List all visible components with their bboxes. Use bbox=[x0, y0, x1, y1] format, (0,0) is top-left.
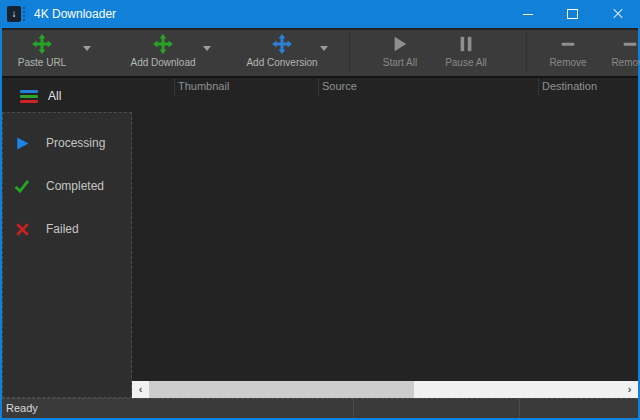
cross-red-icon bbox=[14, 221, 30, 237]
column-separator bbox=[318, 79, 319, 95]
start-all-button[interactable]: Start All bbox=[370, 32, 430, 74]
sidebar-item-label: Completed bbox=[46, 179, 104, 193]
play-blue-icon bbox=[14, 135, 30, 151]
sidebar-item-processing[interactable]: Processing bbox=[3, 131, 131, 155]
statusbar: Ready bbox=[2, 398, 638, 418]
add-download-label: Add Download bbox=[130, 57, 195, 68]
maximize-button[interactable] bbox=[550, 0, 595, 28]
sidebar-item-completed[interactable]: Completed bbox=[3, 174, 131, 198]
plus-arrows-icon bbox=[153, 32, 173, 56]
minimize-button[interactable] bbox=[505, 0, 550, 28]
titlebar: ↓ 4K Downloader bbox=[0, 0, 640, 28]
statusbar-separator bbox=[519, 399, 520, 418]
minus-icon bbox=[559, 32, 577, 56]
pause-all-label: Pause All bbox=[445, 57, 487, 68]
close-icon bbox=[612, 8, 624, 20]
app-icon-dots bbox=[23, 7, 27, 21]
scrollbar-thumb[interactable] bbox=[149, 381, 414, 398]
remove-all-label: Remove bbox=[611, 57, 640, 68]
toolbar: Paste URL Add Download Add Conversion St… bbox=[2, 30, 638, 78]
sidebar-item-failed[interactable]: Failed bbox=[3, 217, 131, 241]
minus-icon bbox=[621, 32, 639, 56]
close-button[interactable] bbox=[595, 0, 640, 28]
add-download-button[interactable]: Add Download bbox=[126, 32, 200, 74]
column-header-thumbnail[interactable]: Thumbnail bbox=[178, 80, 229, 92]
minimize-icon bbox=[523, 14, 533, 15]
add-conversion-button[interactable]: Add Conversion bbox=[240, 32, 324, 74]
column-separator bbox=[538, 79, 539, 95]
remove-all-button[interactable]: Remove bbox=[602, 32, 640, 74]
status-text: Ready bbox=[6, 399, 38, 418]
toolbar-separator bbox=[349, 34, 350, 72]
play-icon bbox=[391, 32, 409, 56]
remove-button[interactable]: Remove bbox=[540, 32, 596, 74]
chevron-down-icon bbox=[83, 46, 91, 51]
toolbar-separator bbox=[526, 34, 527, 72]
paste-url-label: Paste URL bbox=[18, 57, 66, 68]
column-header-source[interactable]: Source bbox=[322, 80, 357, 92]
add-conversion-dropdown[interactable] bbox=[315, 42, 333, 54]
plus-arrows-icon bbox=[32, 32, 52, 56]
window-title: 4K Downloader bbox=[34, 7, 505, 21]
scroll-left-arrow-icon[interactable]: ‹ bbox=[132, 381, 149, 398]
app-download-arrow-icon: ↓ bbox=[7, 6, 21, 22]
horizontal-scrollbar[interactable]: ‹ › bbox=[132, 381, 638, 398]
plus-arrows-icon bbox=[272, 32, 292, 56]
sidebar-item-label: Processing bbox=[46, 136, 105, 150]
remove-label: Remove bbox=[549, 57, 586, 68]
pause-icon bbox=[457, 32, 475, 56]
sidebar-filter-panel: Processing Completed Failed bbox=[2, 112, 132, 398]
column-header-destination[interactable]: Destination bbox=[542, 80, 597, 92]
start-all-label: Start All bbox=[383, 57, 417, 68]
paste-url-button[interactable]: Paste URL bbox=[12, 32, 72, 74]
sidebar-item-label: Failed bbox=[46, 222, 79, 236]
list-all-icon bbox=[20, 90, 38, 103]
chevron-down-icon bbox=[203, 46, 211, 51]
column-separator bbox=[174, 79, 175, 95]
chevron-down-icon bbox=[320, 46, 328, 51]
add-download-dropdown[interactable] bbox=[198, 42, 216, 54]
check-green-icon bbox=[14, 178, 30, 194]
paste-url-dropdown[interactable] bbox=[78, 42, 96, 54]
statusbar-separator bbox=[353, 399, 354, 418]
pause-all-button[interactable]: Pause All bbox=[436, 32, 496, 74]
scroll-right-arrow-icon[interactable]: › bbox=[621, 381, 638, 398]
sidebar-item-all[interactable]: All bbox=[2, 84, 132, 108]
sidebar-item-label: All bbox=[48, 89, 61, 103]
maximize-icon bbox=[567, 9, 578, 19]
add-conversion-label: Add Conversion bbox=[246, 57, 317, 68]
